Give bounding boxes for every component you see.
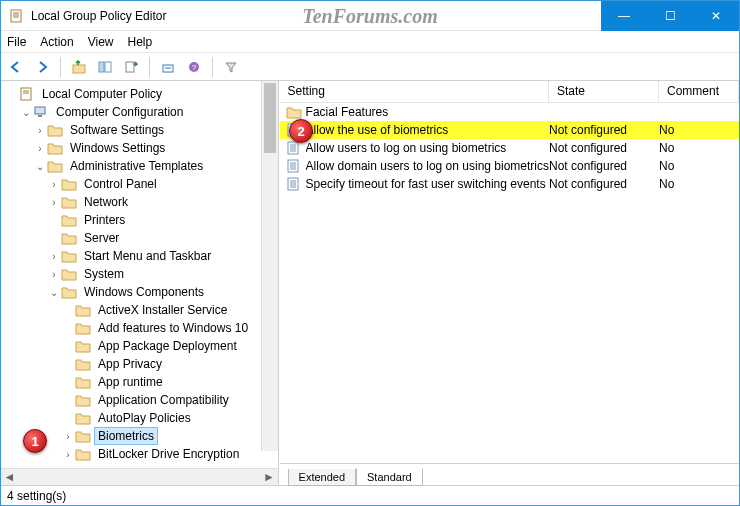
tree-ws[interactable]: ›Windows Settings <box>3 139 278 157</box>
folder-icon <box>61 231 77 245</box>
tree-ax[interactable]: ActiveX Installer Service <box>3 301 278 319</box>
row-state: Not configured <box>549 177 659 191</box>
menu-action[interactable]: Action <box>40 35 73 49</box>
tree-sys[interactable]: ›System <box>3 265 278 283</box>
list-item[interactable]: Allow users to log on using biometricsNo… <box>280 139 739 157</box>
folder-icon <box>75 393 91 407</box>
col-comment[interactable]: Comment <box>659 81 739 102</box>
tree-afw[interactable]: Add features to Windows 10 <box>3 319 278 337</box>
tree-label: App Privacy <box>95 356 165 372</box>
tree-apl[interactable]: AutoPlay Policies <box>3 409 278 427</box>
list-item[interactable]: Specify timeout for fast user switching … <box>280 175 739 193</box>
scrollbar-thumb[interactable] <box>264 83 276 153</box>
up-button[interactable] <box>68 56 90 78</box>
computer-icon <box>33 105 49 119</box>
menubar: File Action View Help <box>1 31 739 53</box>
forward-button[interactable] <box>31 56 53 78</box>
chevron-right-icon[interactable]: › <box>33 125 47 136</box>
svg-rect-16 <box>38 115 42 117</box>
maximize-button[interactable]: ☐ <box>647 1 693 31</box>
tree-label: Administrative Templates <box>67 158 206 174</box>
tree-wc[interactable]: ⌄Windows Components <box>3 283 278 301</box>
show-hide-tree-button[interactable] <box>94 56 116 78</box>
policy-root-icon <box>19 87 35 101</box>
column-headers: Setting State Comment <box>280 81 739 103</box>
tree-ss[interactable]: ›Software Settings <box>3 121 278 139</box>
toolbar-sep3 <box>212 57 213 77</box>
tree-hscrollbar[interactable]: ◄► <box>1 468 278 485</box>
folder-icon <box>75 303 91 317</box>
refresh-button[interactable] <box>157 56 179 78</box>
folder-icon <box>61 177 77 191</box>
tree[interactable]: Local Computer Policy ⌄Computer Configur… <box>1 81 278 468</box>
svg-rect-27 <box>288 160 298 172</box>
menu-help[interactable]: Help <box>128 35 153 49</box>
tree-label: Start Menu and Taskbar <box>81 248 214 264</box>
chevron-down-icon[interactable]: ⌄ <box>33 161 47 172</box>
close-button[interactable]: ✕ <box>693 1 739 31</box>
callout-2: 2 <box>289 119 313 143</box>
tree-apv[interactable]: App Privacy <box>3 355 278 373</box>
row-comment: No <box>659 177 739 191</box>
chevron-right-icon[interactable]: › <box>47 269 61 280</box>
chevron-right-icon[interactable]: › <box>47 179 61 190</box>
tree-cc[interactable]: ⌄Computer Configuration <box>3 103 278 121</box>
folder-icon <box>61 195 77 209</box>
tree-nw[interactable]: ›Network <box>3 193 278 211</box>
tree-apd[interactable]: App Package Deployment <box>3 337 278 355</box>
scroll-right-icon[interactable]: ► <box>261 469 278 485</box>
export-button[interactable] <box>120 56 142 78</box>
tree-ac[interactable]: Application Compatibility <box>3 391 278 409</box>
tree-smt[interactable]: ›Start Menu and Taskbar <box>3 247 278 265</box>
folder-icon <box>47 159 63 173</box>
svg-rect-0 <box>11 10 21 22</box>
menu-file[interactable]: File <box>7 35 26 49</box>
filter-button[interactable] <box>220 56 242 78</box>
back-button[interactable] <box>5 56 27 78</box>
chevron-right-icon[interactable]: › <box>33 143 47 154</box>
folder-icon <box>75 339 91 353</box>
toolbar: ? <box>1 53 739 81</box>
svg-rect-15 <box>35 107 45 114</box>
tree-at[interactable]: ⌄Administrative Templates <box>3 157 278 175</box>
tree-vscrollbar[interactable] <box>261 81 278 451</box>
row-setting: Allow users to log on using biometrics <box>306 141 549 155</box>
help-button[interactable]: ? <box>183 56 205 78</box>
titlebar: Local Group Policy Editor TenForums.com … <box>1 1 739 31</box>
list-item[interactable]: Allow the use of biometricsNot configure… <box>280 121 739 139</box>
chevron-right-icon[interactable]: › <box>61 431 75 442</box>
scroll-left-icon[interactable]: ◄ <box>1 469 18 485</box>
chevron-right-icon[interactable]: › <box>47 251 61 262</box>
list-item[interactable]: Allow domain users to log on using biome… <box>280 157 739 175</box>
svg-rect-4 <box>73 65 85 73</box>
tree-label: Add features to Windows 10 <box>95 320 251 336</box>
menu-view[interactable]: View <box>88 35 114 49</box>
status-text: 4 setting(s) <box>7 489 66 503</box>
tree-root[interactable]: Local Computer Policy <box>3 85 278 103</box>
col-state[interactable]: State <box>549 81 659 102</box>
list-item[interactable]: Facial Features <box>280 103 739 121</box>
tab-standard[interactable]: Standard <box>356 468 423 486</box>
folder-icon <box>75 429 91 443</box>
chevron-down-icon[interactable]: ⌄ <box>47 287 61 298</box>
svg-rect-22 <box>288 142 298 154</box>
policy-icon <box>286 177 302 191</box>
svg-text:?: ? <box>192 63 197 72</box>
tab-extended[interactable]: Extended <box>288 469 356 486</box>
tree-label: AutoPlay Policies <box>95 410 194 426</box>
policy-icon <box>286 159 302 173</box>
policy-list[interactable]: Facial FeaturesAllow the use of biometri… <box>280 103 739 463</box>
tree-art[interactable]: App runtime <box>3 373 278 391</box>
tree-sv[interactable]: Server <box>3 229 278 247</box>
folder-icon <box>61 267 77 281</box>
tree-cp[interactable]: ›Control Panel <box>3 175 278 193</box>
chevron-right-icon[interactable]: › <box>61 449 75 460</box>
chevron-down-icon[interactable]: ⌄ <box>19 107 33 118</box>
folder-icon <box>61 213 77 227</box>
tree-pr[interactable]: Printers <box>3 211 278 229</box>
chevron-right-icon[interactable]: › <box>47 197 61 208</box>
col-setting[interactable]: Setting <box>280 81 549 102</box>
minimize-button[interactable]: — <box>601 1 647 31</box>
svg-rect-32 <box>288 178 298 190</box>
tree-label: Biometrics <box>95 428 157 444</box>
